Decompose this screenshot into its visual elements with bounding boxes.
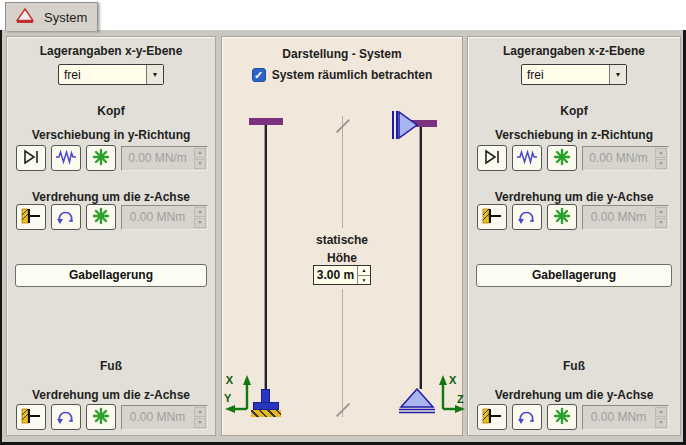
support-type-dropdown[interactable]: frei ▼ (521, 64, 627, 85)
restraint-clamped-button[interactable] (16, 204, 46, 230)
restraint-rigid-button[interactable] (547, 404, 577, 430)
chevron-down-icon[interactable]: ▼ (146, 65, 163, 84)
asterisk-icon (92, 148, 110, 169)
roller-support-icon (391, 110, 419, 140)
column-top-flange (249, 118, 283, 125)
panel-supports-xy: Lagerangaben x-y-Ebene frei ▼ Kopf Versc… (6, 36, 216, 436)
chevron-down-icon[interactable]: ▼ (609, 65, 626, 84)
spatial-checkbox-label: System räumlich betrachten (272, 68, 433, 82)
support-rigid-button[interactable] (547, 145, 577, 171)
support-free-button[interactable] (477, 145, 507, 171)
spinner: ▲ ▼ (193, 206, 207, 229)
stiffness-input[interactable]: 0.00 MNm ▲ ▼ (582, 205, 669, 230)
clamp-icon (20, 408, 42, 427)
row2-label: Verdrehung um die y-Achse (468, 190, 680, 204)
stiffness-value: 0.00 MN/m (122, 147, 193, 170)
panel-title: Lagerangaben x-y-Ebene (7, 44, 215, 58)
spatial-checkbox[interactable]: ✓ (252, 68, 266, 82)
height-label-line1: statische (222, 233, 462, 247)
rotation-spring-button[interactable] (512, 404, 542, 430)
spinner: ▲ ▼ (193, 406, 207, 429)
dimension-tick (336, 119, 350, 133)
tab-system[interactable]: System (5, 2, 98, 31)
spinner: ▲ ▼ (654, 406, 668, 429)
rotation-arc-icon (517, 208, 537, 227)
rotation-arc-icon (517, 408, 537, 427)
gabellagerung-button[interactable]: Gabellagerung (476, 264, 672, 287)
spin-up-icon[interactable]: ▲ (194, 207, 206, 217)
app-window: System Lagerangaben x-y-Ebene frei ▼ Kop… (0, 0, 686, 445)
kopf-rotation-row: 0.00 MNm ▲ ▼ (16, 204, 208, 230)
spin-down-icon[interactable]: ▼ (655, 218, 667, 228)
section-heading-kopf: Kopf (7, 104, 215, 118)
section-heading-fuss: Fuß (7, 359, 215, 373)
fuss-rotation-row: 0.00 MNm ▲ ▼ (16, 404, 208, 430)
clamp-icon (481, 208, 503, 227)
support-spring-button[interactable] (512, 145, 542, 171)
spin-down-icon[interactable]: ▼ (655, 418, 667, 428)
height-label-line2: Höhe (222, 251, 462, 265)
dimension-tick (336, 403, 350, 417)
restraint-clamped-button[interactable] (16, 404, 46, 430)
support-free-button[interactable] (16, 145, 46, 171)
rotation-arc-icon (56, 408, 76, 427)
stiffness-input[interactable]: 0.00 MNm ▲ ▼ (121, 405, 208, 430)
rotation-spring-button[interactable] (512, 204, 542, 230)
spatial-checkbox-row: ✓ System räumlich betrachten (222, 68, 462, 82)
fixed-base-stem (261, 389, 270, 403)
support-spring-button[interactable] (51, 145, 81, 171)
kopf-rotation-row: 0.00 MNm ▲ ▼ (477, 204, 669, 230)
stiffness-value: 0.00 MNm (583, 406, 654, 429)
stiffness-input[interactable]: 0.00 MN/m ▲ ▼ (121, 146, 208, 171)
stiffness-value: 0.00 MN/m (583, 147, 654, 170)
spin-down-icon[interactable]: ▼ (655, 159, 667, 169)
spinner: ▲ ▼ (654, 206, 668, 229)
panel-supports-xz: Lagerangaben x-z-Ebene frei ▼ Kopf Versc… (467, 36, 681, 436)
stiffness-input[interactable]: 0.00 MNm ▲ ▼ (582, 405, 669, 430)
clamp-icon (20, 208, 42, 227)
column-shaft (419, 127, 422, 389)
spin-up-icon[interactable]: ▲ (655, 207, 667, 217)
rotation-arc-icon (56, 208, 76, 227)
clamp-icon (481, 408, 503, 427)
spin-down-icon[interactable]: ▼ (194, 218, 206, 228)
free-support-icon (21, 148, 41, 169)
height-input[interactable]: 3.00 m ▲ ▼ (313, 265, 371, 285)
asterisk-icon (92, 207, 110, 228)
stiffness-input[interactable]: 0.00 MN/m ▲ ▼ (582, 146, 669, 171)
row1-label: Verschiebung in y-Richtung (7, 128, 215, 142)
stiffness-value: 0.00 MNm (122, 406, 193, 429)
height-value: 3.00 m (314, 266, 357, 284)
axis-label-x: X (449, 374, 457, 386)
spinner: ▲ ▼ (193, 147, 207, 170)
gabellagerung-button[interactable]: Gabellagerung (15, 264, 207, 287)
spin-up-icon[interactable]: ▲ (655, 148, 667, 158)
support-type-dropdown[interactable]: frei ▼ (58, 64, 164, 85)
dimension-line (342, 289, 343, 417)
spin-up-icon[interactable]: ▲ (358, 266, 370, 276)
restraint-clamped-button[interactable] (477, 204, 507, 230)
spin-down-icon[interactable]: ▼ (194, 159, 206, 169)
section-heading-fuss: Fuß (468, 359, 680, 373)
section-heading-kopf: Kopf (468, 104, 680, 118)
spin-up-icon[interactable]: ▲ (655, 407, 667, 417)
stiffness-value: 0.00 MNm (122, 206, 193, 229)
spin-up-icon[interactable]: ▲ (194, 148, 206, 158)
rotation-spring-button[interactable] (51, 204, 81, 230)
spin-down-icon[interactable]: ▼ (358, 276, 370, 285)
spin-down-icon[interactable]: ▼ (194, 418, 206, 428)
spin-up-icon[interactable]: ▲ (194, 407, 206, 417)
restraint-clamped-button[interactable] (477, 404, 507, 430)
tab-label: System (44, 10, 87, 25)
restraint-rigid-button[interactable] (547, 204, 577, 230)
panel-title: Lagerangaben x-z-Ebene (468, 44, 680, 58)
support-rigid-button[interactable] (86, 145, 116, 171)
stiffness-value: 0.00 MNm (583, 206, 654, 229)
restraint-rigid-button[interactable] (86, 404, 116, 430)
asterisk-icon (92, 407, 110, 428)
restraint-rigid-button[interactable] (86, 204, 116, 230)
rotation-spring-button[interactable] (51, 404, 81, 430)
stiffness-input[interactable]: 0.00 MNm ▲ ▼ (121, 205, 208, 230)
axis-indicator-xz: X Z (433, 371, 467, 415)
fuss-rotation-row: 0.00 MNm ▲ ▼ (477, 404, 669, 430)
